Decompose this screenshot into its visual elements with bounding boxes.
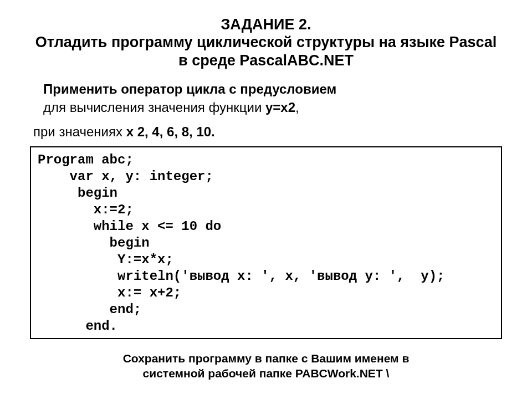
code-l9: x:= x+2; <box>38 285 181 300</box>
code-l7: Y:=x*x; <box>38 252 173 267</box>
instr-line2c: , <box>295 100 299 115</box>
code-l3: begin <box>38 186 117 201</box>
instr-line3a: при значениях <box>33 124 126 139</box>
instr-line3b: x 2, 4, 6, 8, 10. <box>126 124 215 139</box>
slide-title: ЗАДАНИЕ 2. Отладить программу циклическо… <box>33 16 499 69</box>
instr-line2a: для вычисления значения функции <box>43 100 265 115</box>
footer-note: Сохранить программу в папке с Вашим имен… <box>33 351 499 381</box>
instr-line2b: y=x2 <box>265 100 295 115</box>
footer-line1: Сохранить программу в папке с Вашим имен… <box>123 352 410 365</box>
code-l10: end; <box>38 302 141 317</box>
code-l4: x:=2; <box>38 202 134 217</box>
code-l2: var x, y: integer; <box>38 169 213 184</box>
code-l1: Program abc; <box>38 152 134 167</box>
instr-line1: Применить оператор цикла с предусловием <box>43 81 336 96</box>
code-l8: writeln('вывод x: ', x, 'вывод y: ', y); <box>38 269 445 284</box>
instr-line3: при значениях x 2, 4, 6, 8, 10. <box>33 123 499 141</box>
code-l6: begin <box>38 236 150 250</box>
footer-line2: системной рабочей папке PABCWork.NET \ <box>143 367 390 380</box>
title-line-2: Отладить программу циклической структуры… <box>35 34 497 68</box>
code-l5: while x <= 10 do <box>38 219 221 234</box>
pascal-code-block: Program abc; var x, y: integer; begin x:… <box>30 146 502 339</box>
code-l11: end. <box>38 319 117 334</box>
title-line-1: ЗАДАНИЕ 2. <box>221 16 311 33</box>
instruction-block: Применить оператор цикла с предусловием … <box>33 80 499 116</box>
